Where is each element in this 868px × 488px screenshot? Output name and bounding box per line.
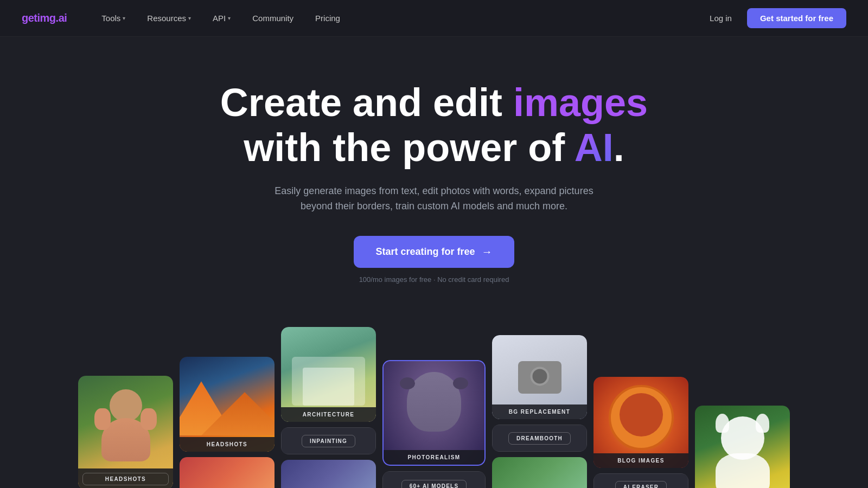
logo[interactable]: getimg.ai [22, 12, 67, 24]
nav-api[interactable]: API ▾ [204, 9, 239, 27]
nav-api-label: API [213, 14, 226, 23]
card-bg-replacement-label: BG REPLACEMENT [492, 404, 587, 419]
card-bg-replacement[interactable]: BG REPLACEMENT [492, 335, 587, 419]
logo-text: getimg [22, 12, 56, 24]
card-headshots[interactable]: HEADSHOTS [78, 376, 173, 488]
nav-pricing-label: Pricing [315, 14, 340, 23]
nav-resources[interactable]: Resources ▾ [138, 9, 200, 27]
card-blog-images[interactable]: BLOG IMAGES [593, 377, 688, 468]
hero-title-part1: Create and edit [220, 81, 513, 124]
hero-cta-label: Start creating for free [375, 246, 475, 258]
card-blog-images-label: BLOG IMAGES [593, 453, 688, 468]
hero-title: Create and edit images with the power of… [220, 80, 648, 170]
hero-title-images: images [513, 81, 648, 124]
navbar: getimg.ai Tools ▾ Resources ▾ API ▾ Comm… [0, 0, 868, 37]
card-arch-extra[interactable] [281, 460, 376, 488]
col-blog: BLOG IMAGES AI ERASER [593, 377, 688, 488]
nav-right: Log in Get started for free [703, 8, 846, 28]
start-creating-button[interactable]: Start creating for free → [354, 236, 514, 268]
col-bg: BG REPLACEMENT DREAMBOOTH [492, 335, 587, 488]
card-inpainting-label: INPAINTING [302, 435, 355, 447]
nav-community[interactable]: Community [244, 9, 302, 27]
col-headshots: HEADSHOTS IMAGE BLENDING [78, 376, 173, 488]
nav-community-label: Community [252, 14, 293, 23]
card-60models[interactable]: 60+ AI MODELS [382, 471, 486, 488]
arrow-right-icon: → [482, 246, 493, 258]
card-60models-label: 60+ AI MODELS [401, 480, 467, 488]
col-arch: ARCHITECTURE INPAINTING [281, 327, 376, 488]
hero-fine-print: 100/mo images for free · No credit card … [359, 275, 509, 284]
hero-subtitle: Easily generate images from text, edit p… [266, 183, 602, 215]
card-dreambooth-label: DREAMBOOTH [508, 432, 571, 445]
logo-suffix: ai [59, 12, 67, 24]
col-pet: PET PORTRAITS [695, 406, 790, 488]
chevron-down-icon: ▾ [188, 15, 191, 21]
card-headshots-label: HEADSHOTS [82, 473, 169, 485]
nav-pricing[interactable]: Pricing [307, 9, 349, 27]
card-inpainting[interactable]: INPAINTING [281, 427, 376, 454]
hero-title-period: . [614, 126, 624, 169]
hero-section: Create and edit images with the power of… [0, 37, 868, 316]
card-ai-eraser[interactable]: AI ERASER [593, 473, 688, 488]
card-dreambooth[interactable]: DREAMBOOTH [492, 425, 587, 452]
nav-tools[interactable]: Tools ▾ [93, 9, 134, 27]
chevron-down-icon: ▾ [228, 15, 231, 21]
nav-links: Tools ▾ Resources ▾ API ▾ Community Pric… [93, 9, 703, 27]
cards-gallery: HEADSHOTS IMAGE BLENDING HEADSHOTS [0, 316, 868, 488]
hero-title-part2: with the power of [244, 126, 574, 169]
chevron-down-icon: ▾ [123, 15, 125, 21]
nav-resources-label: Resources [147, 14, 186, 23]
card-pet-portraits[interactable]: PET PORTRAITS [695, 406, 790, 488]
card-architecture-label: ARCHITECTURE [281, 407, 376, 422]
nav-tools-label: Tools [101, 14, 120, 23]
card-photorealism-label: PHOTOREALISM [384, 450, 484, 465]
col-stock: HEADSHOTS [180, 357, 275, 488]
card-bg-extra[interactable] [492, 457, 587, 488]
card-stock-extra[interactable] [180, 457, 275, 488]
hero-title-ai: AI [575, 126, 614, 169]
get-started-button[interactable]: Get started for free [747, 8, 846, 28]
card-stock-images[interactable]: HEADSHOTS [180, 357, 275, 452]
login-button[interactable]: Log in [703, 9, 738, 27]
card-architecture[interactable]: ARCHITECTURE [281, 327, 376, 422]
card-ai-eraser-label: AI ERASER [615, 481, 667, 488]
card-photorealism[interactable]: PHOTOREALISM [382, 360, 486, 466]
col-photo: PHOTOREALISM 60+ AI MODELS [382, 360, 486, 488]
card-stock-images-label: HEADSHOTS [180, 437, 275, 452]
